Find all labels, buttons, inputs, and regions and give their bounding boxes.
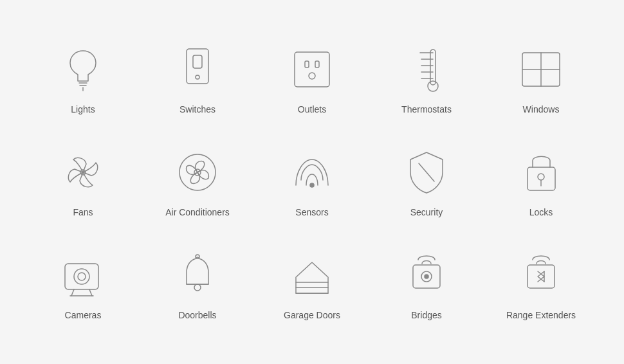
svg-line-24 <box>419 163 434 181</box>
range-extenders-label: Range Extenders <box>506 310 576 320</box>
bridges-icon <box>401 250 452 301</box>
cameras-label: Cameras <box>65 310 102 320</box>
item-sensors[interactable]: Sensors <box>255 134 369 230</box>
locks-icon <box>515 147 567 198</box>
svg-point-42 <box>425 275 428 278</box>
thermostats-label: Thermostats <box>401 104 452 114</box>
fans-icon <box>57 147 109 198</box>
item-windows[interactable]: Windows <box>484 31 598 127</box>
switches-icon <box>172 44 223 95</box>
sensors-label: Sensors <box>295 207 328 217</box>
item-thermostats[interactable]: Thermostats <box>369 31 484 127</box>
item-fans[interactable]: Fans <box>26 134 140 230</box>
item-garage-doors[interactable]: Garage Doors <box>255 237 369 333</box>
svg-rect-4 <box>193 55 202 68</box>
fans-label: Fans <box>73 207 93 217</box>
cameras-icon <box>57 250 109 301</box>
security-icon <box>401 147 452 198</box>
svg-rect-8 <box>315 61 319 68</box>
item-range-extenders[interactable]: Range Extenders <box>484 237 598 333</box>
svg-rect-25 <box>528 167 555 190</box>
svg-rect-7 <box>305 61 309 68</box>
svg-point-26 <box>538 174 544 180</box>
item-locks[interactable]: Locks <box>484 134 598 230</box>
svg-point-29 <box>74 269 89 284</box>
range-extenders-icon <box>515 250 567 301</box>
svg-point-16 <box>428 81 438 91</box>
svg-rect-6 <box>295 52 329 87</box>
svg-rect-15 <box>430 50 436 85</box>
bridges-label: Bridges <box>411 310 441 320</box>
windows-label: Windows <box>523 104 560 114</box>
thermostats-icon <box>401 44 452 95</box>
garage-doors-icon <box>286 250 338 301</box>
air-conditioners-icon <box>172 147 223 198</box>
air-conditioners-label: Air Conditioners <box>165 207 230 217</box>
item-air-conditioners[interactable]: Air Conditioners <box>140 134 255 230</box>
item-switches[interactable]: Switches <box>140 31 255 127</box>
outlets-label: Outlets <box>298 104 326 114</box>
switches-label: Switches <box>179 104 216 114</box>
category-grid: Lights Switches Outlets <box>0 12 624 352</box>
item-lights[interactable]: Lights <box>26 31 140 127</box>
svg-line-32 <box>89 289 92 296</box>
item-security[interactable]: Security <box>369 134 484 230</box>
locks-label: Locks <box>529 207 553 217</box>
svg-rect-3 <box>187 49 208 84</box>
svg-point-35 <box>196 255 199 259</box>
doorbells-label: Doorbells <box>178 310 216 320</box>
lights-icon <box>57 44 109 95</box>
lights-label: Lights <box>71 104 95 114</box>
svg-line-31 <box>71 289 74 296</box>
windows-icon <box>515 44 567 95</box>
security-label: Security <box>410 207 443 217</box>
svg-rect-43 <box>528 265 555 288</box>
svg-point-9 <box>309 73 315 79</box>
doorbells-icon <box>172 250 223 301</box>
svg-point-5 <box>196 75 199 79</box>
svg-point-34 <box>194 284 201 291</box>
item-cameras[interactable]: Cameras <box>26 237 140 333</box>
svg-rect-28 <box>65 264 98 289</box>
outlets-icon <box>286 44 338 95</box>
item-bridges[interactable]: Bridges <box>369 237 484 333</box>
item-doorbells[interactable]: Doorbells <box>140 237 255 333</box>
item-outlets[interactable]: Outlets <box>255 31 369 127</box>
garage-doors-label: Garage Doors <box>284 310 340 320</box>
sensors-icon <box>286 147 338 198</box>
svg-point-30 <box>78 273 86 280</box>
svg-point-23 <box>310 183 314 187</box>
